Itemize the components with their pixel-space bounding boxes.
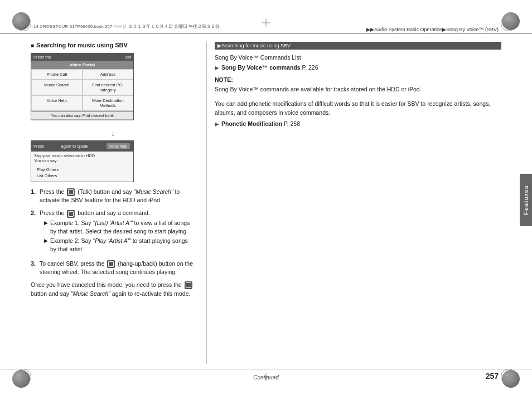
footer-page-number: 257 xyxy=(486,372,499,381)
talk-icon-3 xyxy=(185,281,192,289)
step-2-example-1-text: Example 1: Say "(List) 'Artist A'" to vi… xyxy=(50,219,195,236)
left-column: Searching for music using SBV Press tne … xyxy=(31,42,204,364)
right-link-page-2: P. 258 xyxy=(282,120,300,127)
right-section-title: Song By Voice™ Commands List xyxy=(215,54,501,61)
step-1: 1. Press the (Talk) button and say "Musi… xyxy=(31,188,195,204)
step-2-text: Press the button and say a command. ▶ Ex… xyxy=(40,209,195,255)
step-2-example-2-text: Example 2: Say "Play 'Artist A'" to star… xyxy=(50,237,195,253)
talk-icon-2 xyxy=(67,210,75,218)
right-link-icon-1: ▶ xyxy=(215,65,219,71)
right-link-bold-2: Phonetic Modification xyxy=(221,120,282,127)
section-heading: Searching for music using SBV xyxy=(31,42,195,48)
top-meta: 14 CROSSTOUR-31TP66400.book 257 ページ ２０１３… xyxy=(33,23,220,30)
talk-icon-1 xyxy=(67,188,75,196)
step-1-text: Press the (Talk) button and say "Music S… xyxy=(40,188,195,204)
screen2-top-right: again to speak xyxy=(61,144,89,149)
arrow-icon-2: ▶ xyxy=(44,237,48,245)
screen-cell-more: More Destination Methods xyxy=(83,95,134,111)
footer-line xyxy=(0,369,532,369)
step-3: 3. To cancel SBV, press the (hang-up/bac… xyxy=(31,260,195,276)
hangup-icon xyxy=(107,260,115,268)
screen-list-item-2: List Others xyxy=(37,173,128,179)
screen-title: Voice Portal xyxy=(31,61,133,69)
step-2-num: 2. xyxy=(31,209,40,255)
steps-list: 1. Press the (Talk) button and say "Musi… xyxy=(31,188,195,276)
screen-cell-address: Address xyxy=(83,69,134,80)
right-link-text-2: Phonetic Modification P. 258 xyxy=(221,120,300,127)
step-2-example-1: ▶ Example 1: Say "(List) 'Artist A'" to … xyxy=(44,219,195,236)
right-link-text-1: Song By Voice™ commands P. 226 xyxy=(221,64,318,71)
right-section-header: ▶Searching for music using SBV xyxy=(215,42,501,50)
right-link-bold-1: Song By Voice™ commands xyxy=(221,64,301,71)
screen-top-bar-1: Press tne ext xyxy=(31,53,133,61)
right-column: ▶Searching for music using SBV Song By V… xyxy=(204,42,501,364)
content-area: Searching for music using SBV Press tne … xyxy=(31,42,501,364)
screen-top-right: ext xyxy=(125,55,131,60)
screen-top-bar-2: Press again to speak Voice help xyxy=(31,141,133,152)
screen-cell-music: Music Search xyxy=(31,80,83,95)
note-label: NOTE: xyxy=(215,76,501,83)
screen-mockup-2: Press again to speak Voice help Say your… xyxy=(31,140,134,182)
right-link-icon-2: ▶ xyxy=(215,121,219,127)
crosshair-tl xyxy=(19,19,27,27)
screen-list: Play Others List Others xyxy=(31,165,133,182)
header-line xyxy=(0,33,532,34)
right-paragraph: You can add phonetic modifications of di… xyxy=(215,100,501,118)
breadcrumb: ▶▶Audio System Basic Operation▶Song By V… xyxy=(366,27,499,32)
screen-voice-help-button: Voice help xyxy=(107,143,130,149)
screen2-top-text: Press xyxy=(33,144,44,149)
screen-grid: Phone Call Address Music Search Find nea… xyxy=(31,69,133,111)
right-link-1: ▶ Song By Voice™ commands P. 226 xyxy=(215,64,501,71)
step-3-num: 3. xyxy=(31,260,40,276)
footer-continued: Continued xyxy=(253,374,279,381)
step-2-sub: ▶ Example 1: Say "(List) 'Artist A'" to … xyxy=(44,219,195,254)
screen-banner: You can also say: Find nearest bank xyxy=(31,111,133,120)
crosshair-tm xyxy=(262,19,270,27)
step-3-text: To cancel SBV, press the (hang-up/back) … xyxy=(40,260,195,276)
step-2: 2. Press the button and say a command. ▶… xyxy=(31,209,195,255)
step-2-example-2: ▶ Example 2: Say "Play 'Artist A'" to st… xyxy=(44,237,195,253)
continuation-text: Once you have canceled this mode, you ne… xyxy=(31,281,195,299)
screen-top-text: Press tne xyxy=(33,55,51,60)
arrow-icon-1: ▶ xyxy=(44,219,48,227)
note-text: Song By Voice™ commands are available fo… xyxy=(215,85,501,94)
screen-arrow: ↓ xyxy=(31,126,195,140)
step-1-num: 1. xyxy=(31,188,40,204)
screen-list-item-1: Play Others xyxy=(37,167,128,173)
crosshair-tr xyxy=(505,19,513,27)
crosshair-bl xyxy=(19,373,27,381)
right-link-page-1: P. 226 xyxy=(301,64,318,71)
features-tab: Features xyxy=(520,174,532,226)
screen-cell-voice: Voice Help xyxy=(31,95,83,111)
screen-voice-prompt: Say your music selection in HDD You can … xyxy=(31,152,133,165)
crosshair-br xyxy=(505,373,513,381)
screen-mockup-1: Press tne ext Voice Portal Phone Call Ad… xyxy=(31,53,134,120)
screen-cell-phone: Phone Call xyxy=(31,69,83,80)
screen-cell-poi: Find nearest POI category xyxy=(83,80,134,95)
right-link-2: ▶ Phonetic Modification P. 258 xyxy=(215,120,501,127)
